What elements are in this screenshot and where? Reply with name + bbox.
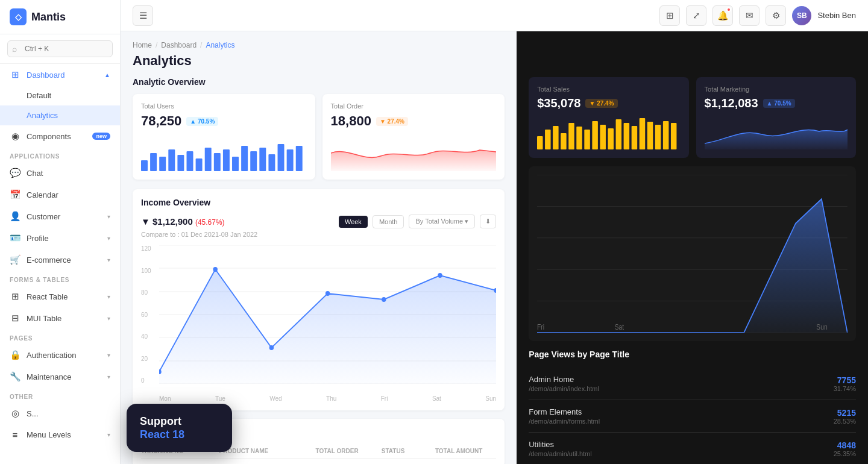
avatar: SB (792, 6, 811, 25)
content-area: Home / Dashboard / Analytics Analytics A… (121, 31, 868, 464)
dashboard-icon: ⊞ (10, 69, 20, 80)
download-button[interactable]: ⬇ (480, 215, 496, 228)
x-axis-labels: MonTueWedThuFriSatSun (159, 395, 496, 402)
svg-rect-48 (663, 121, 668, 149)
svg-rect-37 (576, 127, 582, 149)
svg-point-30 (438, 273, 442, 278)
svg-rect-44 (632, 126, 637, 149)
sidebar-item-react-table[interactable]: ⊞ React Table ▾ (0, 286, 120, 307)
pv-url-3: /demo/admin/util.html (529, 450, 592, 457)
sidebar-item-authentication[interactable]: 🔒 Authentication ▾ (0, 344, 120, 366)
income-value-wrap: ▼ $1,12,900 (45.67%) (141, 216, 225, 227)
page-views-section: Page Views by Page Title Admin Home /dem… (529, 350, 856, 464)
sidebar-label-analytics: Analytics (27, 111, 110, 120)
new-badge: new (92, 133, 110, 140)
svg-rect-40 (600, 125, 606, 149)
page-views-title: Page Views by Page Title (529, 350, 856, 359)
pv-pct-2: 28.53% (834, 418, 856, 425)
support-react: React 18 (140, 428, 219, 441)
section-analytic-overview: Analytic Overview (133, 77, 505, 87)
sidebar-item-profile[interactable]: 🪪 Profile ▾ (0, 227, 120, 249)
chevron-down-icon3: ▾ (107, 257, 110, 263)
breadcrumb-current: Analytics (206, 41, 234, 49)
sidebar-item-calendar[interactable]: 📅 Calendar (0, 184, 120, 205)
section-label-applications: Applications (0, 147, 120, 162)
sidebar-label-maintenance: Maintenance (27, 372, 101, 381)
svg-rect-47 (655, 125, 661, 149)
section-label-pages: Pages (0, 329, 120, 344)
topbar: ☰ ⊞ ⤢ 🔔 ✉ ⚙ SB Stebin Ben (121, 0, 868, 31)
marketing-area-chart (705, 116, 848, 149)
sidebar-item-default[interactable]: Default (0, 86, 120, 105)
components-icon: ◉ (10, 131, 20, 142)
breadcrumb-dashboard[interactable]: Dashboard (161, 41, 197, 49)
logo-icon: ◇ (10, 8, 27, 25)
notification-dot (726, 7, 731, 12)
users-bar-chart (141, 135, 307, 171)
svg-point-26 (213, 267, 217, 272)
pv-info-2: Form Elements /demo/admin/forms.html (529, 407, 600, 425)
messages-button[interactable]: ✉ (739, 5, 760, 26)
sidebar-item-dashboard[interactable]: ⊞ Dashboard ▲ (0, 64, 120, 86)
users-badge: ▲ 70.5% (186, 117, 218, 126)
svg-rect-1 (150, 153, 157, 171)
calendar-icon: 📅 (10, 189, 20, 200)
pv-info-3: Utilities /demo/admin/util.html (529, 440, 592, 457)
notifications-button[interactable]: 🔔 (712, 5, 733, 26)
week-button[interactable]: Week (339, 216, 368, 228)
sidebar-item-menu-levels[interactable]: ≡ Menu Levels ▾ (0, 424, 120, 445)
topbar-right: ⊞ ⤢ 🔔 ✉ ⚙ SB Stebin Ben (659, 5, 856, 26)
income-controls: Week Month By Total Volume ▾ ⬇ (339, 215, 496, 228)
marketing-value: $1,12,083 ▲ 70.5% (705, 96, 848, 110)
chevron-down-icon5: ▾ (107, 315, 110, 322)
svg-rect-14 (268, 154, 275, 171)
svg-rect-6 (196, 158, 203, 171)
svg-text:Sat: Sat (615, 323, 624, 331)
breadcrumb: Home / Dashboard / Analytics (133, 41, 505, 49)
sidebar-label-ecommerce: E-commerce (27, 256, 101, 265)
sidebar-item-analytics[interactable]: Analytics (0, 105, 120, 125)
month-button[interactable]: Month (373, 215, 404, 228)
sidebar-item-mui-table[interactable]: ⊟ MUI Table ▾ (0, 307, 120, 329)
card-value-order: 18,800 ▼ 27.4% (331, 113, 497, 129)
settings-button[interactable]: ⚙ (766, 5, 786, 26)
income-compare: Compare to : 01 Dec 2021-08 Jan 2022 (141, 231, 496, 238)
content-light-panel: Home / Dashboard / Analytics Analytics A… (121, 31, 517, 464)
svg-rect-13 (259, 148, 266, 171)
svg-rect-16 (287, 149, 294, 171)
income-section: Income Overview ▼ $1,12,900 (45.67%) Wee… (133, 189, 505, 410)
ecommerce-icon: 🛒 (10, 254, 20, 265)
sidebar-item-maintenance[interactable]: 🔧 Maintenance ▾ (0, 366, 120, 387)
topbar-left: ☰ (133, 5, 652, 26)
profile-icon: 🪪 (10, 233, 20, 243)
fullscreen-button[interactable]: ⤢ (686, 5, 706, 26)
menu-toggle-button[interactable]: ☰ (133, 5, 153, 26)
svg-rect-39 (593, 121, 598, 149)
react-table-icon: ⊞ (10, 291, 20, 302)
apps-button[interactable]: ⊞ (659, 5, 680, 26)
dark-analytic-cards: Total Sales $35,078 ▼ 27.4% (529, 77, 856, 158)
svg-point-28 (326, 291, 330, 296)
sidebar-item-ecommerce[interactable]: 🛒 E-commerce ▾ (0, 249, 120, 271)
income-section-title: Income Overview (141, 198, 496, 207)
marketing-label: Total Marketing (705, 86, 848, 93)
sidebar-label-dashboard: Dashboard (27, 71, 98, 80)
svg-rect-15 (278, 144, 285, 171)
card-value-users: 78,250 ▲ 70.5% (141, 113, 307, 129)
search-input[interactable] (7, 40, 113, 57)
order-area-chart (331, 135, 497, 171)
sidebar-item-customer[interactable]: 👤 Customer ▾ (0, 205, 120, 227)
y-axis-labels: 120100806040200 (141, 245, 159, 384)
main-panel: ☰ ⊞ ⤢ 🔔 ✉ ⚙ SB Stebin Ben Home / Dashboa… (121, 0, 868, 464)
pv-item-2: Form Elements /demo/admin/forms.html 521… (529, 400, 856, 433)
chevron-down-icon6: ▾ (107, 352, 110, 359)
sidebar-logo: ◇ Mantis (0, 0, 120, 34)
sidebar-search-wrap (0, 34, 120, 64)
svg-rect-5 (187, 151, 193, 171)
volume-dropdown[interactable]: By Total Volume ▾ (409, 215, 475, 228)
sidebar-item-chat[interactable]: 💬 Chat (0, 162, 120, 184)
support-react18-popup[interactable]: Support React 18 (127, 404, 232, 452)
sidebar-item-s[interactable]: ◎ S... (0, 403, 120, 424)
sidebar-item-components[interactable]: ◉ Components new (0, 125, 120, 147)
breadcrumb-home[interactable]: Home (133, 41, 152, 49)
